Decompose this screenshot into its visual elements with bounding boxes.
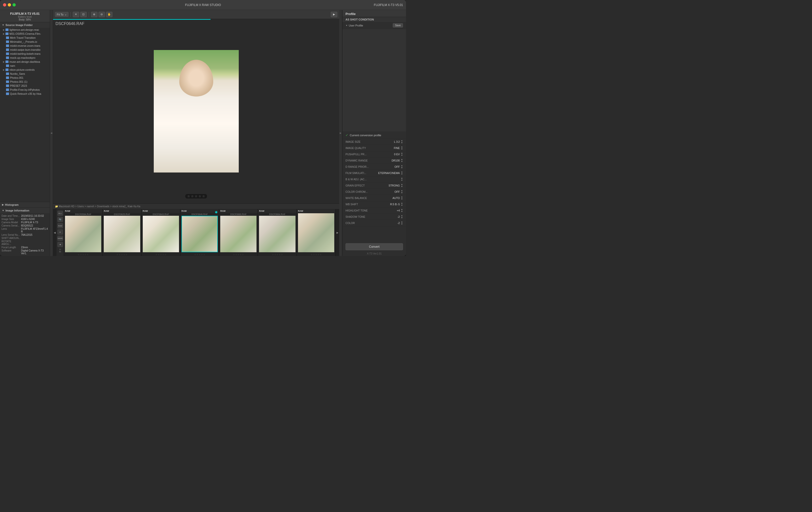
- histogram-header[interactable]: ▶ Histogram: [0, 202, 50, 207]
- film-rating[interactable]: ☆ ☆ ☆ ☆ ☆: [103, 253, 141, 256]
- save-button[interactable]: Save: [393, 23, 403, 28]
- folder-item[interactable]: mixkit-twirling-bokeh-trans: [0, 52, 50, 56]
- setting-stepper[interactable]: ▲▼: [401, 202, 403, 206]
- setting-stepper[interactable]: ▲▼: [401, 208, 403, 213]
- folder-item[interactable]: Minh Travel Transition: [0, 36, 50, 40]
- folder-item[interactable]: Photos-001: [0, 76, 50, 80]
- film-rating[interactable]: ☆ ☆ ☆ ☆ ☆: [64, 253, 102, 256]
- filter-camera-btn[interactable]: 📷: [58, 217, 63, 222]
- setting-row[interactable]: WHITE BALANCE AUTO ▲▼: [343, 195, 406, 201]
- film-rating[interactable]: ☆ ☆ ☆ ☆ ☆: [180, 253, 219, 256]
- close-toolbar-btn[interactable]: ✕: [73, 12, 79, 17]
- folder-item[interactable]: mixkit-swipe-burn-transitio: [0, 48, 50, 52]
- folder-item[interactable]: Minimalist_-_Presets.io: [0, 40, 50, 44]
- fit-frame-btn[interactable]: ⊡: [80, 12, 87, 17]
- folder-item[interactable]: mixkit-reverse-zoom-trans: [0, 44, 50, 48]
- folder-name: nikon-picture-controls: [9, 68, 34, 71]
- film-item[interactable]: RAW ☆ ☆ ☆ ☆ ☆: [297, 209, 336, 256]
- image-info-header[interactable]: ▼ Image Information: [0, 208, 50, 213]
- setting-row[interactable]: HIGHLIGHT TONE +4 ▲▼: [343, 207, 406, 214]
- setting-stepper[interactable]: ▲▼: [401, 140, 403, 144]
- setting-stepper[interactable]: ▲▼: [401, 177, 403, 181]
- setting-stepper[interactable]: ▲▼: [401, 190, 403, 194]
- folder-item[interactable]: ▶lightence-ant-design-reac: [0, 28, 50, 32]
- star-2[interactable]: ☆: [191, 195, 194, 198]
- setting-row[interactable]: IMAGE QUALITY FINE ▲▼: [343, 145, 406, 151]
- film-rating[interactable]: ☆ ☆ ☆ ☆ ☆: [142, 253, 180, 256]
- setting-stepper[interactable]: ▲▼: [401, 152, 403, 157]
- traffic-lights: [3, 3, 16, 6]
- folder-item[interactable]: nam: [0, 64, 50, 68]
- film-rating[interactable]: ☆ ☆ ☆ ☆ ☆: [258, 253, 296, 256]
- right-arrow-btn[interactable]: ▶: [331, 12, 337, 17]
- folder-item[interactable]: Nunito_Sans: [0, 72, 50, 76]
- film-item[interactable]: RAW DSCF0625.RAF ☆ ☆ ☆ ☆ ☆: [103, 209, 142, 256]
- setting-stepper[interactable]: ▲▼: [401, 196, 403, 200]
- setting-row[interactable]: WB SHIFT R:5 B:-5 ▲▼: [343, 201, 406, 207]
- setting-stepper[interactable]: ▲▼: [401, 171, 403, 175]
- setting-row[interactable]: B & W ADJ. (AC... ▲▼: [343, 176, 406, 182]
- filter-raw-btn[interactable]: RAW: [58, 223, 63, 228]
- image-rating[interactable]: ☆ ☆ ☆ ☆ ☆: [185, 194, 207, 199]
- convert-button[interactable]: Convert: [346, 243, 403, 250]
- film-item[interactable]: RAW DSCF0594.RAF ☆ ☆ ☆ ☆ ☆: [64, 209, 103, 256]
- film-item[interactable]: RAW DSCF0660.RAF ☆ ☆ ☆ ☆ ☆: [219, 209, 258, 256]
- setting-label: B & W ADJ. (AC...: [346, 178, 401, 181]
- setting-row[interactable]: D RANGE PRIOR... OFF ▲▼: [343, 164, 406, 170]
- film-item[interactable]: RAW ✱ DSCF0646.RAF ☆ ☆ ☆ ☆ ☆: [180, 209, 219, 256]
- star-5[interactable]: ☆: [202, 195, 205, 198]
- setting-stepper[interactable]: ▲▼: [401, 165, 403, 169]
- folder-item[interactable]: Profile-Free-by-HPphotos: [0, 88, 50, 92]
- fit-to-chevron: ⌄: [64, 13, 67, 16]
- setting-row[interactable]: FILM SIMULATI... ETERNA/CINEMA ▲▼: [343, 170, 406, 176]
- setting-row[interactable]: DYNAMIC RANGE DR100 ▲▼: [343, 158, 406, 164]
- minimize-button[interactable]: [8, 3, 11, 6]
- setting-stepper[interactable]: ▲▼: [401, 221, 403, 225]
- setting-row[interactable]: COLOR -2 ▲▼: [343, 220, 406, 226]
- folder-item[interactable]: ▶nikon-picture-controls: [0, 68, 50, 72]
- filter-star-btn[interactable]: ★: [58, 242, 63, 247]
- source-folder-header[interactable]: ▼ Source Image Folder: [0, 22, 50, 28]
- setting-value: AUTO ▲▼: [393, 196, 403, 200]
- fullscreen-button[interactable]: [12, 3, 16, 6]
- folder-item[interactable]: Photos-001 (1): [0, 80, 50, 84]
- setting-stepper[interactable]: ▲▼: [401, 183, 403, 188]
- folder-item[interactable]: ▶muse-ant-design-dashboa: [0, 60, 50, 64]
- setting-stepper[interactable]: ▲▼: [401, 215, 403, 219]
- folder-item[interactable]: ▶M31-OSIRIS-Cinema-Film-: [0, 32, 50, 36]
- setting-row[interactable]: PUSH/PULL PR... 0 EV ▲▼: [343, 151, 406, 158]
- hand-tool-btn[interactable]: ✋: [106, 12, 113, 17]
- filmstrip-nav-right[interactable]: ▶: [336, 209, 339, 256]
- info-value: 2019/03/11 16:33:02: [21, 215, 48, 217]
- star-3[interactable]: ☆: [195, 195, 198, 198]
- film-item[interactable]: RAW DSCF0664.RAF ☆ ☆ ☆ ☆ ☆: [258, 209, 297, 256]
- filter-all-btn[interactable]: ALL: [58, 211, 63, 216]
- folder-item[interactable]: PRESET 2023: [0, 84, 50, 88]
- setting-row[interactable]: SHADOW TONE -2 ▲▼: [343, 214, 406, 220]
- left-collapse-btn[interactable]: ◀: [50, 10, 53, 256]
- film-rating[interactable]: ☆ ☆ ☆ ☆ ☆: [297, 253, 335, 256]
- setting-row[interactable]: COLOR CHROM... OFF ▲▼: [343, 189, 406, 195]
- info-label: SHIFT AMOUN...: [1, 237, 21, 239]
- folder-item[interactable]: mock-up-macbookpro: [0, 56, 50, 60]
- folder-item[interactable]: Quick Retouch v35 by Hoa: [0, 92, 50, 96]
- zoom-in-btn[interactable]: ⊕: [91, 12, 97, 17]
- setting-stepper[interactable]: ▲▼: [401, 158, 403, 163]
- film-item[interactable]: RAW DSCF0643.RAF ☆ ☆ ☆ ☆ ☆: [142, 209, 180, 256]
- right-collapse-btn[interactable]: ▶: [339, 10, 342, 256]
- film-raw-badge: RAW: [143, 210, 148, 212]
- info-row: Lens Serial Nu...78A12015: [1, 233, 48, 236]
- setting-row[interactable]: IMAGE SIZE L 3:2 ▲▼: [343, 139, 406, 145]
- star-4[interactable]: ☆: [199, 195, 201, 198]
- star-1[interactable]: ☆: [187, 195, 190, 198]
- setting-stepper[interactable]: ▲▼: [401, 146, 403, 150]
- filter-a-btn[interactable]: A: [58, 229, 63, 234]
- setting-row[interactable]: GRAIN EFFECT STRONG ▲▼: [343, 182, 406, 189]
- filmstrip-nav-left[interactable]: ◀: [53, 209, 57, 256]
- close-button[interactable]: [3, 3, 6, 6]
- film-item-header: RAW: [103, 209, 141, 213]
- film-rating[interactable]: ☆ ☆ ☆ ☆ ☆: [219, 253, 258, 256]
- zoom-out-btn[interactable]: ⊖: [98, 12, 105, 17]
- filter-name-btn[interactable]: NAME: [58, 236, 63, 241]
- fit-to-dropdown[interactable]: Fit To ⌄: [55, 12, 68, 17]
